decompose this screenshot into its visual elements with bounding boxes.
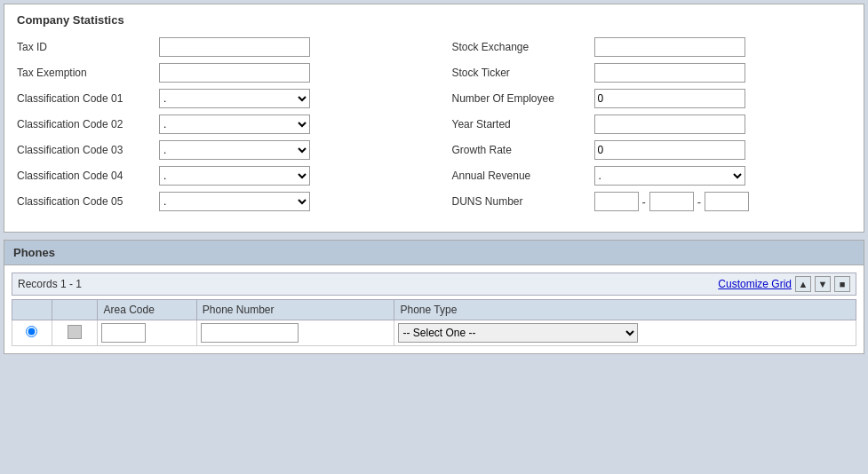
annual-revenue-select[interactable]: . bbox=[594, 166, 745, 186]
growth-rate-row: Growth Rate bbox=[452, 140, 852, 160]
num-employee-row: Number Of Employee bbox=[452, 89, 852, 108]
tax-id-label: Tax ID bbox=[17, 41, 159, 53]
phone-type-select[interactable]: -- Select One -- bbox=[398, 323, 638, 343]
grid-records-label: Records 1 - 1 bbox=[18, 278, 82, 290]
class-code-03-row: Classification Code 03 . bbox=[17, 140, 417, 160]
class-code-02-label: Classification Code 02 bbox=[17, 118, 159, 130]
duns-sep-1: - bbox=[642, 195, 646, 209]
customize-grid-link[interactable]: Customize Grid bbox=[718, 278, 792, 290]
class-code-02-select[interactable]: . bbox=[159, 115, 310, 134]
col-header-radio bbox=[12, 300, 52, 320]
stock-ticker-row: Stock Ticker bbox=[452, 63, 852, 83]
duns-input-3[interactable] bbox=[705, 192, 749, 211]
col-header-area: Area Code bbox=[98, 300, 196, 320]
tax-id-row: Tax ID bbox=[17, 37, 417, 57]
num-employee-input[interactable] bbox=[594, 89, 745, 108]
year-started-row: Year Started bbox=[452, 115, 852, 134]
growth-rate-input[interactable] bbox=[594, 140, 745, 160]
class-code-02-row: Classification Code 02 . bbox=[17, 115, 417, 134]
left-column: Tax ID Tax Exemption Classification Code… bbox=[17, 37, 417, 217]
stock-exchange-row: Stock Exchange bbox=[452, 37, 852, 57]
class-code-04-label: Classification Code 04 bbox=[17, 170, 159, 182]
row-image-icon bbox=[68, 325, 82, 339]
col-header-img bbox=[52, 300, 98, 320]
duns-input-2[interactable] bbox=[649, 192, 694, 211]
class-code-01-label: Classification Code 01 bbox=[17, 92, 159, 105]
stock-ticker-label: Stock Ticker bbox=[452, 67, 594, 79]
duns-number-label: DUNS Number bbox=[452, 195, 594, 208]
phones-title: Phones bbox=[13, 246, 55, 259]
area-code-input[interactable] bbox=[101, 323, 146, 343]
class-code-04-select[interactable]: . bbox=[159, 166, 310, 186]
annual-revenue-label: Annual Revenue bbox=[452, 170, 594, 182]
col-header-phone: Phone Number bbox=[196, 300, 394, 320]
row-radio-input[interactable] bbox=[26, 326, 37, 337]
phone-number-input[interactable] bbox=[201, 323, 299, 343]
phones-body: Records 1 - 1 Customize Grid ▲ ▼ ■ Area … bbox=[4, 265, 864, 353]
col-header-type: Phone Type bbox=[394, 300, 856, 320]
duns-sep-2: - bbox=[697, 195, 701, 209]
class-code-05-label: Classification Code 05 bbox=[17, 195, 159, 208]
growth-rate-label: Growth Rate bbox=[452, 144, 594, 156]
tax-exemption-row: Tax Exemption bbox=[17, 63, 417, 83]
grid-toolbar: Records 1 - 1 Customize Grid ▲ ▼ ■ bbox=[12, 273, 856, 296]
phones-table: Area Code Phone Number Phone Type bbox=[12, 299, 856, 346]
class-code-03-label: Classification Code 03 bbox=[17, 144, 159, 156]
stock-ticker-input[interactable] bbox=[594, 63, 745, 83]
class-code-04-row: Classification Code 04 . bbox=[17, 166, 417, 186]
grid-expand-icon[interactable]: ▲ bbox=[795, 276, 811, 292]
table-row: -- Select One -- bbox=[12, 320, 856, 346]
year-started-input[interactable] bbox=[594, 115, 745, 134]
row-area-cell bbox=[98, 320, 196, 346]
company-stats-section: Company Statistics Tax ID Tax Exemption … bbox=[4, 4, 864, 233]
stock-exchange-input[interactable] bbox=[594, 37, 745, 57]
duns-inputs: - - bbox=[594, 192, 750, 211]
section-title: Company Statistics bbox=[17, 13, 851, 27]
class-code-05-row: Classification Code 05 . bbox=[17, 192, 417, 211]
tax-exemption-label: Tax Exemption bbox=[17, 67, 159, 79]
phones-section: Phones Records 1 - 1 Customize Grid ▲ ▼ … bbox=[4, 240, 864, 354]
grid-collapse-icon[interactable]: ▼ bbox=[815, 276, 831, 292]
phones-header: Phones bbox=[4, 241, 864, 265]
stock-exchange-label: Stock Exchange bbox=[452, 41, 594, 53]
duns-input-1[interactable] bbox=[594, 192, 639, 211]
year-started-label: Year Started bbox=[452, 118, 594, 130]
page-wrapper: Company Statistics Tax ID Tax Exemption … bbox=[0, 0, 868, 358]
class-code-01-row: Classification Code 01 . bbox=[17, 89, 417, 108]
class-code-01-select[interactable]: . bbox=[159, 89, 310, 108]
grid-close-icon[interactable]: ■ bbox=[834, 276, 850, 292]
form-grid: Tax ID Tax Exemption Classification Code… bbox=[17, 37, 851, 217]
row-img-cell bbox=[52, 320, 98, 346]
annual-revenue-row: Annual Revenue . bbox=[452, 166, 852, 186]
class-code-05-select[interactable]: . bbox=[159, 192, 310, 211]
duns-number-row: DUNS Number - - bbox=[452, 192, 852, 211]
grid-toolbar-right: Customize Grid ▲ ▼ ■ bbox=[718, 276, 850, 292]
class-code-03-select[interactable]: . bbox=[159, 140, 310, 160]
tax-exemption-input[interactable] bbox=[159, 63, 310, 83]
tax-id-input[interactable] bbox=[159, 37, 310, 57]
num-employee-label: Number Of Employee bbox=[452, 92, 594, 105]
row-radio-cell bbox=[12, 320, 52, 346]
right-column: Stock Exchange Stock Ticker Number Of Em… bbox=[452, 37, 852, 217]
row-type-cell: -- Select One -- bbox=[394, 320, 856, 346]
row-phone-cell bbox=[196, 320, 394, 346]
